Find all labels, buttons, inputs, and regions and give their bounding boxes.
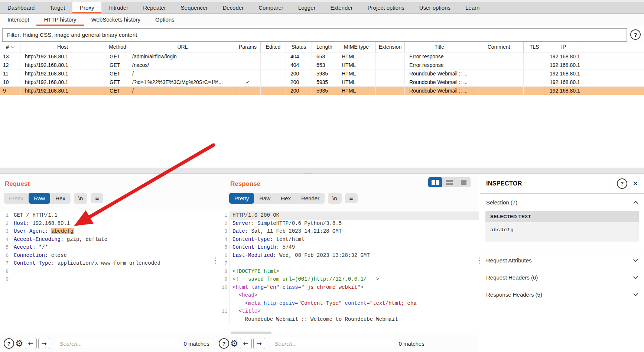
cell [524,61,545,69]
response-search-settings-gear-icon[interactable]: ⚙ [230,339,238,348]
cell: Roundcube Webmail :: ... [405,70,474,78]
inspector-section-request-attributes[interactable]: Request Attributes [480,252,644,269]
menu-tab-user-options[interactable]: User options [412,2,458,13]
response-menu-button[interactable]: ≡ [345,193,358,203]
column-header-ip[interactable]: IP [545,42,582,52]
subtab-websockets-history[interactable]: WebSockets history [84,14,148,26]
request-panel-title: Request [5,180,30,188]
editor-line: 4Content-type: text/html [215,236,479,244]
section-label: Selection (7) [486,199,517,206]
request-search-next-button[interactable]: → [38,338,50,349]
response-search-input[interactable] [271,338,393,349]
response-search-prev-button[interactable]: ← [240,338,252,349]
column-header-mime-type[interactable]: MIME type [337,42,376,52]
response-newline-toggle-button[interactable]: \n [328,193,342,204]
request-search-input[interactable] [56,338,178,349]
column-header-host[interactable]: Host [20,42,105,52]
column-header-length[interactable]: Length [312,42,337,52]
column-header-extension[interactable]: Extension [376,42,405,52]
tab-raw[interactable]: Raw [29,193,50,204]
table-row[interactable]: 9http://192.168.80.1GET/2005935HTMLRound… [0,87,644,95]
request-menu-button[interactable]: ≡ [91,193,103,203]
response-search-next-button[interactable]: → [253,338,265,349]
column-header-title[interactable]: Title [405,42,474,52]
column-header-tls[interactable]: TLS [524,42,545,52]
response-search-help-icon[interactable]: ? [219,338,229,349]
column-header-comment[interactable]: Comment [474,42,524,52]
request-response-splitter-grip[interactable]: ⋮ [212,256,219,265]
cell: HTML [337,61,376,69]
single-pane-layout-button[interactable] [456,177,471,187]
inspector-section-response-headers[interactable]: Response Headers (5) [480,286,644,303]
editor-line: 4Accept-Encoding: gzip, deflate [0,236,215,244]
column-header-params[interactable]: Params [235,42,261,52]
response-panel-title: Response [230,180,260,188]
columns-layout-button[interactable] [428,177,442,187]
cell: 5935 [312,87,337,95]
cell [524,78,545,86]
editor-line: 11 <title> [215,307,479,316]
selected-text-value: abcdefg [485,222,639,242]
tab-render[interactable]: Render [296,193,325,204]
response-inspector-splitter-grip[interactable]: ⋮ [476,256,483,265]
column-header-method[interactable]: Method [105,42,130,52]
request-view-tabs: PrettyRawHex [4,193,71,204]
table-row[interactable]: 10http://192.168.80.1GET/?id=1'%22%3E%3C… [0,78,644,87]
menu-tab-repeater[interactable]: Repeater [136,2,173,13]
table-row[interactable]: 12http://192.168.80.1GET/nacos/404653HTM… [0,61,644,70]
http-history-filter-bar[interactable]: Filter: Hiding CSS, image and general bi… [2,28,627,42]
request-editor[interactable]: 1GET / HTTP/1.12Host: 192.168.80.13User-… [0,211,215,335]
request-search-bar: ? ⚙ ← → 0 matches [0,335,215,352]
subtab-http-history[interactable]: HTTP history [36,14,84,26]
selection-section-body: SELECTED TEXT abcdefg [480,211,644,252]
request-search-settings-gear-icon[interactable]: ⚙ [15,339,23,348]
tab-pretty[interactable]: Pretty [229,193,254,204]
menu-tab-intruder[interactable]: Intruder [101,2,136,13]
menu-tab-extender[interactable]: Extender [323,2,360,13]
menu-tab-project-options[interactable]: Project options [360,2,412,13]
tab-hex[interactable]: Hex [50,193,71,204]
menu-tab-logger[interactable]: Logger [291,2,323,13]
menu-tab-proxy[interactable]: Proxy [72,2,101,13]
hamburger-icon: ≡ [349,196,353,201]
cell: 5935 [312,70,337,78]
editor-line: 1GET / HTTP/1.1 [0,211,215,220]
column-header--[interactable]: # [0,42,20,52]
horizontal-scrollbar[interactable] [231,332,271,334]
request-newline-toggle-button[interactable]: \n [74,193,88,204]
cell: /admin/airflow/login [130,52,235,61]
menu-tab-dashboard[interactable]: Dashboard [0,2,42,13]
column-header-url[interactable]: URL [130,42,235,52]
rows-layout-button[interactable] [442,177,456,187]
inspector-section-request-headers[interactable]: Request Headers (6) [480,269,644,286]
column-header-edited[interactable]: Edited [261,42,286,52]
inspector-help-icon[interactable]: ? [617,178,627,189]
menu-tab-target[interactable]: Target [42,2,72,13]
filter-help-button[interactable]: ? [630,29,641,40]
response-editor[interactable]: 1HTTP/1.0 200 OK2Server: SimpleHTTP/0.6 … [215,211,479,335]
menu-tab-decoder[interactable]: Decoder [215,2,251,13]
cell [261,52,286,61]
column-header-status[interactable]: Status [286,42,312,52]
table-row[interactable]: 13http://192.168.80.1GET/admin/airflow/l… [0,52,644,61]
cell: ✓ [235,78,261,86]
request-search-prev-button[interactable]: ← [25,338,37,349]
tab-pretty[interactable]: Pretty [4,193,29,204]
tab-raw[interactable]: Raw [254,193,276,204]
cell: Error response [405,52,474,61]
request-search-help-icon[interactable]: ? [4,338,14,349]
horizontal-splitter[interactable] [0,168,644,174]
inspector-section-selection[interactable]: Selection (7) [480,194,644,211]
cell: http://192.168.80.1 [20,52,105,61]
table-row[interactable]: 11http://192.168.80.1GET/2005935HTMLRoun… [0,70,644,78]
subtab-intercept[interactable]: Intercept [0,14,36,26]
inspector-title: INSPECTOR [486,180,522,187]
editor-line: 7 [215,259,479,268]
menu-tab-learn[interactable]: Learn [458,2,487,13]
tab-hex[interactable]: Hex [276,193,296,204]
menu-tab-sequencer[interactable]: Sequencer [173,2,215,13]
menu-tab-comparer[interactable]: Comparer [251,2,291,13]
subtab-options[interactable]: Options [148,14,182,26]
help-icon: ? [630,29,641,40]
inspector-close-icon[interactable]: ✕ [632,180,638,187]
